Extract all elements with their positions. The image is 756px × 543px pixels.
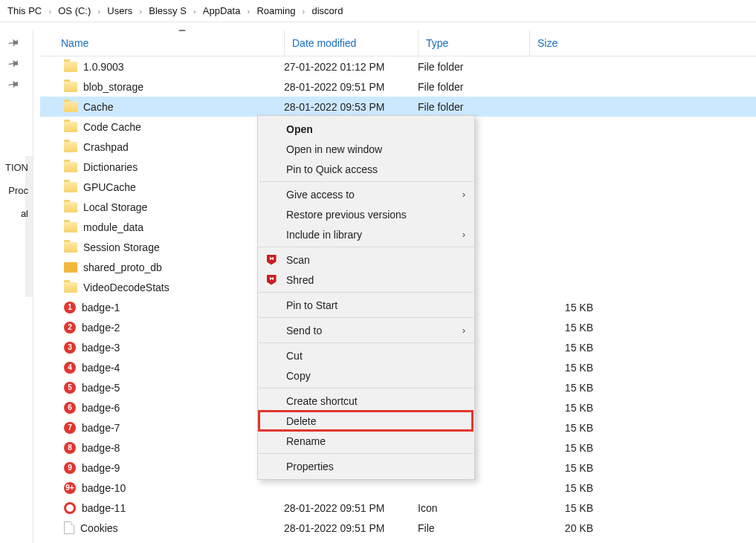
file-name: badge-6 [82, 402, 120, 414]
menu-item-rename[interactable]: Rename [258, 431, 474, 451]
file-size: 20 KB [529, 522, 618, 534]
table-row[interactable]: 1.0.900327-01-2022 01:12 PMFile folder [40, 56, 756, 77]
file-name: badge-5 [82, 382, 120, 394]
menu-item-label: Open [286, 123, 313, 135]
column-header-name[interactable]: Name [40, 37, 284, 49]
menu-item-properties[interactable]: Properties [258, 456, 474, 476]
file-name: badge-8 [82, 442, 120, 454]
file-type: File folder [418, 101, 529, 113]
menu-item-label: Send to [286, 325, 322, 336]
chevron-right-icon[interactable]: › [300, 7, 307, 16]
file-size: 15 KB [529, 302, 618, 313]
menu-item-restore-previous-versions[interactable]: Restore previous versions [258, 204, 474, 224]
menu-item-label: Give access to [286, 189, 355, 201]
folder-icon [64, 142, 77, 152]
menu-separator [259, 453, 474, 454]
chevron-right-icon[interactable]: › [245, 7, 252, 16]
mcafee-shield-icon [267, 255, 277, 265]
file-size: 15 KB [529, 402, 618, 414]
folder-icon [64, 122, 77, 132]
file-name: badge-7 [82, 422, 120, 434]
menu-item-label: Scan [286, 254, 310, 266]
badge-icon: 9 [64, 462, 76, 474]
chevron-right-icon[interactable]: › [137, 7, 144, 16]
folder-icon [64, 282, 77, 293]
file-size: 15 KB [529, 502, 618, 514]
menu-item-give-access-to[interactable]: Give access to› [258, 184, 474, 204]
file-date: 27-01-2022 01:12 PM [284, 61, 418, 73]
breadcrumb-segment[interactable]: This PC [3, 2, 46, 19]
folder-icon [64, 162, 77, 172]
nav-label: al [0, 202, 30, 225]
table-row[interactable]: Cookies28-01-2022 09:51 PMFile20 KB [40, 518, 756, 538]
table-row[interactable]: Cache28-01-2022 09:53 PMFile folder [40, 97, 756, 117]
breadcrumb-segment[interactable]: Roaming [252, 2, 300, 19]
file-type: File folder [418, 61, 529, 73]
file-name: Local Storage [83, 201, 147, 213]
table-row[interactable]: blob_storage28-01-2022 09:51 PMFile fold… [40, 77, 756, 97]
badge-icon: 3 [64, 342, 76, 354]
column-header-size[interactable]: Size [529, 30, 618, 56]
nav-label: Proc [0, 179, 30, 202]
file-size: 15 KB [529, 322, 618, 334]
menu-item-scan[interactable]: Scan [258, 250, 474, 270]
menu-item-delete[interactable]: Delete [258, 411, 474, 431]
breadcrumb[interactable]: This PC›OS (C:)›Users›Blessy S›AppData›R… [0, 0, 756, 22]
file-name: Crashpad [83, 141, 129, 153]
menu-item-cut[interactable]: Cut [258, 345, 474, 365]
menu-item-shred[interactable]: Shred [258, 270, 474, 290]
breadcrumb-segment[interactable]: AppData [198, 2, 245, 19]
menu-item-pin-to-quick-access[interactable]: Pin to Quick access [258, 159, 474, 179]
file-name: 1.0.9003 [83, 61, 124, 73]
menu-separator [259, 317, 474, 318]
menu-separator [259, 247, 474, 247]
context-menu[interactable]: OpenOpen in new windowPin to Quick acces… [257, 115, 475, 480]
file-name: module_data [83, 221, 143, 233]
file-size: 15 KB [529, 382, 618, 394]
menu-item-include-in-library[interactable]: Include in library› [258, 224, 474, 244]
badge-icon: 5 [64, 382, 76, 394]
file-name: Dictionaries [83, 161, 138, 173]
file-name: VideoDecodeStats [83, 282, 169, 293]
folder-icon [64, 202, 77, 212]
breadcrumb-segment[interactable]: Blessy S [144, 2, 191, 19]
menu-item-open-in-new-window[interactable]: Open in new window [258, 139, 474, 159]
pin-icon [7, 77, 22, 91]
breadcrumb-segment[interactable]: discord [307, 2, 347, 19]
menu-item-send-to[interactable]: Send to› [258, 320, 474, 340]
file-size: 15 KB [529, 462, 618, 474]
breadcrumb-segment[interactable]: OS (C:) [54, 2, 95, 19]
chevron-right-icon[interactable]: › [191, 7, 198, 16]
chevron-right-icon: › [462, 229, 465, 240]
column-headers: Name Date modified Type Size [40, 30, 756, 56]
pane-divider[interactable] [33, 30, 33, 543]
file-size: 15 KB [529, 422, 618, 434]
file-date: 28-01-2022 09:51 PM [284, 502, 418, 514]
menu-item-label: Pin to Start [286, 299, 337, 311]
column-header-type[interactable]: Type [418, 30, 529, 56]
chevron-right-icon[interactable]: › [46, 7, 54, 16]
folder-icon [64, 82, 77, 92]
menu-item-copy[interactable]: Copy [258, 365, 474, 386]
breadcrumb-segment[interactable]: Users [103, 2, 137, 19]
file-type: Icon [418, 502, 529, 514]
badge-ring-icon [64, 502, 76, 514]
file-name: badge-9 [82, 462, 120, 474]
badge-icon: 7 [64, 422, 76, 434]
file-date: 28-01-2022 09:51 PM [284, 522, 418, 534]
table-row[interactable]: 9+badge-1015 KB [40, 478, 756, 498]
pin-icon [7, 56, 22, 71]
menu-item-pin-to-start[interactable]: Pin to Start [258, 295, 474, 315]
folder-icon [64, 102, 77, 112]
column-header-date[interactable]: Date modified [284, 30, 418, 56]
file-date: 28-01-2022 09:53 PM [284, 101, 418, 113]
folder-icon [64, 242, 77, 253]
chevron-right-icon[interactable]: › [95, 7, 103, 16]
table-row[interactable]: badge-1128-01-2022 09:51 PMIcon15 KB [40, 498, 756, 518]
badge-icon: 2 [64, 322, 76, 334]
menu-item-open[interactable]: Open [258, 119, 474, 139]
chevron-right-icon: › [462, 189, 465, 200]
file-name: GPUCache [83, 181, 136, 193]
menu-item-create-shortcut[interactable]: Create shortcut [258, 391, 474, 411]
file-name: blob_storage [83, 81, 143, 93]
